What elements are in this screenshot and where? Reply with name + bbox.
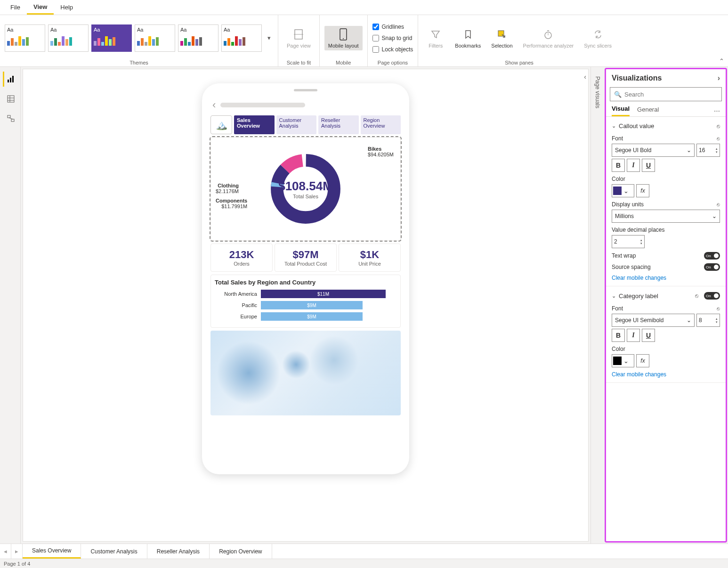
region-bar-visual[interactable]: Total Sales by Region and Country North …	[210, 275, 401, 328]
tab-more[interactable]: ⋯	[714, 107, 720, 114]
region-title: Total Sales by Region and Country	[215, 279, 396, 286]
reset-icon[interactable]: ⎋	[717, 136, 720, 141]
reset-icon[interactable]: ⎋	[717, 123, 720, 130]
selection-icon	[495, 28, 509, 41]
svg-rect-16	[11, 119, 14, 122]
kpi-unit-price[interactable]: $1KUnit Price	[339, 243, 401, 272]
theme-more-dropdown[interactable]: ▾	[265, 34, 273, 41]
stopwatch-icon	[542, 28, 555, 41]
bar-row-pacific: Pacific $9M	[215, 301, 396, 309]
search-input[interactable]	[624, 91, 718, 98]
tab-visual[interactable]: Visual	[612, 105, 630, 116]
total-sales-label: Total Sales	[278, 194, 333, 199]
model-view-button[interactable]	[3, 111, 18, 126]
theme-swatch-6[interactable]: Aa	[221, 24, 262, 52]
expand-icon[interactable]: ›	[718, 74, 720, 82]
phone-tab-region-overview[interactable]: Region Overview	[361, 115, 401, 134]
fx-button[interactable]: fx	[636, 184, 649, 197]
tab-general[interactable]: General	[637, 106, 659, 116]
display-units-select[interactable]: Millions⌄	[612, 210, 720, 223]
phone-tab-sales-overview[interactable]: Sales Overview	[234, 115, 275, 134]
bold-button-2[interactable]: B	[612, 329, 625, 342]
ribbon-collapse-button[interactable]: ⌃	[719, 57, 724, 65]
kpi-orders[interactable]: 213KOrders	[210, 243, 273, 272]
chevron-down-icon: ⌄	[623, 187, 629, 195]
svg-line-17	[9, 118, 13, 119]
italic-button[interactable]: I	[627, 159, 640, 172]
callout-bikes: Bikes$94.6205M	[368, 146, 394, 157]
page-view-button[interactable]: Page view	[283, 26, 315, 50]
font-size-input-2[interactable]: 8▴▾	[696, 314, 720, 327]
menu-help[interactable]: Help	[54, 1, 80, 14]
font-family-select[interactable]: Segoe UI Bold⌄	[612, 144, 695, 157]
kpi-product-cost[interactable]: $97MTotal Product Cost	[275, 243, 337, 272]
source-spacing-row: Source spacing On	[612, 263, 720, 271]
ribbon: Aa Aa Aa Aa Aa Aa ▾	[0, 15, 728, 67]
svg-rect-11	[8, 96, 14, 102]
reset-icon[interactable]: ⎋	[695, 292, 698, 299]
pagetab-reseller-analysis[interactable]: Reseller Analysis	[147, 544, 210, 559]
bar-row-na: North America $11M	[215, 290, 396, 298]
menu-view[interactable]: View	[27, 0, 54, 15]
font-family-select-2[interactable]: Segoe UI Semibold⌄	[612, 314, 695, 327]
collapse-pane-button[interactable]: ‹	[584, 73, 586, 81]
snap-to-grid-checkbox[interactable]: Snap to grid	[372, 34, 413, 42]
phone-tab-customer-analysis[interactable]: Customer Analysis	[276, 115, 317, 134]
data-view-button[interactable]	[3, 91, 18, 106]
underline-button-2[interactable]: U	[642, 329, 655, 342]
viz-search[interactable]: 🔍	[610, 87, 722, 101]
color-picker[interactable]: ⌄	[612, 184, 634, 197]
clear-mobile-changes-link[interactable]: Clear mobile changes	[612, 271, 720, 282]
map-visual[interactable]	[210, 331, 401, 415]
phone-tab-reseller-analysis[interactable]: Reseller Analysis	[318, 115, 359, 134]
donut-visual[interactable]: $108.54M Total Sales Bikes$94.6205M Clot…	[210, 137, 401, 241]
theme-swatch-5[interactable]: Aa	[178, 24, 218, 52]
source-spacing-toggle[interactable]: On	[704, 263, 720, 271]
text-wrap-row: Text wrap On	[612, 252, 720, 260]
font-label-2: Font⎋	[612, 305, 720, 312]
lock-objects-checkbox[interactable]: Lock objects	[372, 45, 413, 54]
text-wrap-toggle[interactable]: On	[704, 252, 720, 260]
menu-file[interactable]: File	[4, 1, 27, 14]
gridlines-checkbox[interactable]: Gridlines	[372, 23, 404, 31]
page-indicator: Page 1 of 4	[4, 561, 30, 567]
page-visuals-rail[interactable]: Page visuals	[590, 67, 604, 544]
bookmarks-button[interactable]: Bookmarks	[451, 26, 485, 50]
theme-swatch-4[interactable]: Aa	[135, 24, 175, 52]
phone-mockup: ‹ 🏔️ Sales Overview Customer Analysis Re…	[202, 83, 409, 474]
pagetab-region-overview[interactable]: Region Overview	[210, 544, 272, 559]
italic-button-2[interactable]: I	[627, 329, 640, 342]
filters-button[interactable]: Filters	[423, 26, 448, 50]
reset-icon[interactable]: ⎋	[717, 306, 720, 311]
pagetab-next[interactable]: ▸	[11, 544, 23, 559]
decimals-input[interactable]: 2▴▾	[612, 235, 645, 248]
report-view-button[interactable]	[3, 72, 18, 87]
theme-swatch-3-selected[interactable]: Aa	[91, 24, 132, 52]
theme-swatch-2[interactable]: Aa	[48, 24, 89, 52]
color-picker-2[interactable]: ⌄	[612, 354, 634, 367]
viz-title: Visualizations	[612, 74, 662, 82]
callout-value-header[interactable]: ⌄ Callout value ⎋	[612, 121, 720, 131]
visualizations-pane: Visualizations › 🔍 Visual General ⋯ ⌄ Ca…	[605, 68, 727, 543]
pagetab-prev[interactable]: ◂	[0, 544, 11, 559]
ribbon-group-mobile: Mobile layout Mobile	[320, 15, 368, 66]
underline-button[interactable]: U	[642, 159, 655, 172]
category-label-toggle[interactable]: On	[704, 292, 720, 300]
fx-button-2[interactable]: fx	[636, 354, 649, 367]
reset-icon[interactable]: ⎋	[717, 202, 720, 207]
pagetab-sales-overview[interactable]: Sales Overview	[23, 544, 81, 559]
chevron-down-icon: ⌄	[687, 317, 691, 324]
bold-button[interactable]: B	[612, 159, 625, 172]
back-icon[interactable]: ‹	[212, 99, 216, 111]
selection-button[interactable]: Selection	[487, 26, 516, 50]
donut-center: $108.54M Total Sales	[278, 179, 333, 199]
pagetab-customer-analysis[interactable]: Customer Analysis	[81, 544, 147, 559]
clear-mobile-changes-link-2[interactable]: Clear mobile changes	[612, 367, 720, 379]
performance-analyzer-button[interactable]: Performance analyzer	[519, 26, 578, 50]
mobile-layout-button[interactable]: Mobile layout	[324, 26, 363, 50]
font-size-input[interactable]: 16▴▾	[696, 144, 720, 157]
sync-slicers-button[interactable]: Sync slicers	[580, 26, 615, 50]
category-label-header[interactable]: ⌄ Category label ⎋ On	[612, 290, 720, 301]
main: ‹ ‹ 🏔️ Sales Overview Customer Analysis …	[0, 67, 728, 544]
theme-swatch-1[interactable]: Aa	[5, 24, 45, 52]
